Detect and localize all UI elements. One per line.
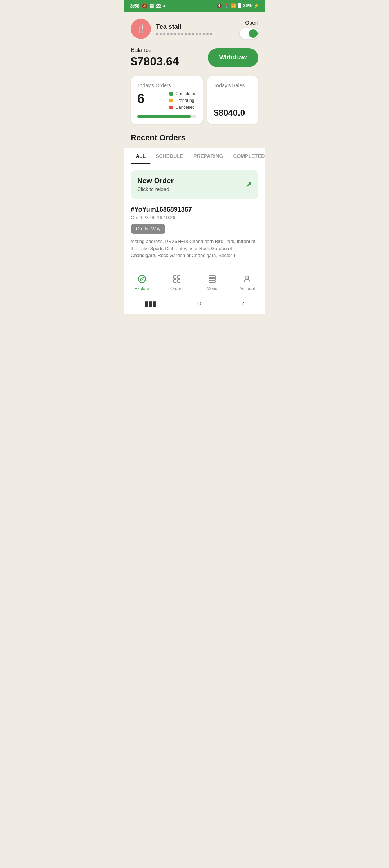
nav-orders-label: Orders	[170, 286, 184, 291]
tab-preparing[interactable]: PREPARING	[188, 148, 228, 164]
tab-schedule[interactable]: SCHEDULE	[151, 148, 188, 164]
dot	[199, 33, 201, 35]
battery-display: 36%	[243, 3, 252, 8]
dot	[174, 33, 176, 35]
mute-icon: 🔇	[216, 3, 222, 8]
dot	[178, 33, 180, 35]
restaurant-header: 🍴 Tea stall	[131, 19, 258, 39]
tab-completed[interactable]: COMPLETED	[228, 148, 265, 164]
charging-icon: ⚡	[254, 3, 259, 8]
restaurant-icon: 🍴	[131, 19, 151, 39]
signal-icon: ▊	[238, 3, 241, 8]
dot	[156, 33, 158, 35]
status-time: 3:58 🔕 ▤ 🖼 ●	[130, 3, 166, 9]
order-tabs: ALL SCHEDULE PREPARING COMPLETED CANC	[124, 148, 265, 164]
legend-completed: Completed	[169, 91, 196, 96]
new-order-text: New Order Click to reload	[137, 177, 174, 192]
svg-point-9	[246, 276, 249, 279]
svg-rect-8	[209, 281, 215, 282]
dot	[196, 33, 198, 35]
balance-label: Balance	[131, 47, 179, 53]
new-order-subtitle: Click to reload	[137, 186, 174, 192]
tab-all[interactable]: ALL	[131, 148, 151, 164]
dot	[203, 33, 205, 35]
dot	[160, 33, 162, 35]
restaurant-name: Tea stall	[156, 23, 240, 31]
preparing-dot	[169, 99, 173, 102]
svg-rect-4	[174, 280, 176, 282]
completed-dot	[169, 92, 173, 96]
account-icon	[243, 275, 251, 285]
orders-list: New Order Click to reload ↗ #YoYum168689…	[124, 164, 265, 271]
home-button[interactable]: ○	[190, 298, 209, 309]
legend-cancelled: Cancelled	[169, 105, 196, 110]
dot	[185, 33, 187, 35]
sales-amount: $8040.0	[214, 108, 252, 118]
nav-orders[interactable]: Orders	[164, 275, 189, 291]
recent-apps-button[interactable]: ▮▮▮	[137, 298, 164, 309]
dot	[188, 33, 191, 35]
dot	[163, 33, 165, 35]
wifi-icon: 📶	[231, 3, 236, 8]
svg-point-0	[138, 275, 146, 283]
system-nav: ▮▮▮ ○ ‹	[124, 294, 265, 314]
nav-menu-label: Menu	[207, 286, 218, 291]
balance-section: Balance $7803.64	[131, 47, 179, 68]
order-item[interactable]: #YoYum1686891367 On 2023-06-16 10:26 On …	[131, 206, 258, 265]
svg-rect-7	[209, 278, 215, 280]
svg-rect-5	[178, 280, 180, 282]
cancelled-dot	[169, 106, 173, 109]
recent-orders-title: Recent Orders	[131, 133, 258, 148]
time-display: 3:58	[130, 3, 139, 9]
balance-amount: $7803.64	[131, 55, 179, 68]
new-order-title: New Order	[137, 177, 174, 185]
svg-rect-3	[178, 276, 180, 278]
balance-row: Balance $7803.64 Withdraw	[131, 47, 258, 68]
new-order-arrow-icon: ↗	[245, 180, 252, 189]
restaurant-dots	[156, 33, 240, 35]
nav-account[interactable]: Account	[234, 275, 260, 291]
notification-icon: 🔕	[142, 3, 147, 9]
preparing-label: Preparing	[175, 98, 194, 103]
nav-menu[interactable]: Menu	[200, 275, 225, 291]
dot-icon: ●	[163, 3, 166, 9]
withdraw-button[interactable]: Withdraw	[208, 48, 258, 67]
order-date: On 2023-06-16 10:26	[131, 215, 258, 220]
sales-card: Today's Sales $8040.0	[207, 76, 258, 124]
dot	[192, 33, 194, 35]
svg-marker-1	[140, 277, 143, 280]
bottom-nav: Explore Orders Menu	[124, 271, 265, 294]
stats-row: Today's Orders 6 Completed Preparing Can…	[131, 76, 258, 124]
back-button[interactable]: ‹	[235, 298, 252, 309]
dot	[181, 33, 183, 35]
gallery-icon: 🖼	[156, 3, 161, 9]
order-address: testing address, PRX6+F48 Chandigarh Bir…	[131, 238, 258, 259]
new-order-banner[interactable]: New Order Click to reload ↗	[131, 170, 258, 199]
restaurant-open-toggle: Open	[240, 19, 258, 39]
location-icon: 📍	[224, 3, 229, 8]
orders-card: Today's Orders 6 Completed Preparing Can…	[131, 76, 203, 124]
completed-label: Completed	[175, 91, 196, 96]
dot	[170, 33, 173, 35]
orders-card-top: 6 Completed Preparing Cancelled	[137, 91, 196, 110]
dot	[210, 33, 212, 35]
svg-rect-2	[174, 276, 176, 278]
orders-legend: Completed Preparing Cancelled	[169, 91, 196, 110]
order-status-badge: On the Way	[131, 224, 165, 234]
nav-explore-label: Explore	[134, 286, 149, 291]
legend-preparing: Preparing	[169, 98, 196, 103]
nav-explore[interactable]: Explore	[129, 275, 155, 291]
orders-card-label: Today's Orders	[137, 83, 196, 88]
orders-count: 6	[137, 91, 144, 106]
restaurant-info: Tea stall	[156, 23, 240, 35]
progress-bar-fill	[137, 115, 191, 118]
open-toggle[interactable]	[240, 28, 258, 39]
toggle-thumb	[249, 29, 258, 38]
sim-icon: ▤	[149, 3, 154, 9]
menu-icon	[208, 275, 216, 285]
status-bar: 3:58 🔕 ▤ 🖼 ● 🔇 📍 📶 ▊ 36% ⚡	[124, 0, 265, 12]
open-label: Open	[245, 19, 258, 26]
dot	[206, 33, 209, 35]
svg-rect-6	[209, 276, 215, 278]
orders-icon	[173, 275, 181, 285]
